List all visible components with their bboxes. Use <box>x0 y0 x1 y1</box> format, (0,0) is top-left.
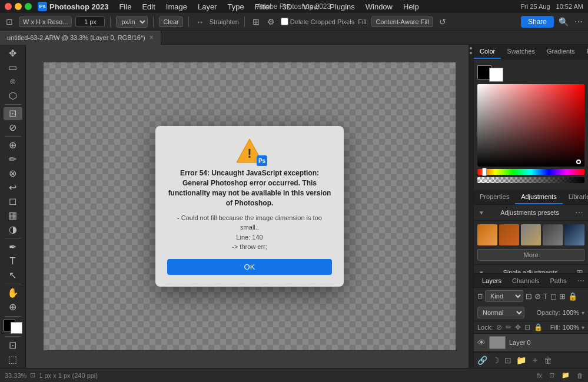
eyedropper-tool[interactable]: ⊘ <box>4 121 22 134</box>
color-alpha-slider[interactable] <box>477 177 584 183</box>
fill-value[interactable]: 100% <box>563 324 579 331</box>
error-dialog[interactable]: ! Ps Error 54: Uncaught JavaScript excep… <box>155 126 344 286</box>
tab-close-icon[interactable]: ✕ <box>149 34 154 41</box>
document-tab[interactable]: untitled-63-2.ARW @ 33.3% (Layer 0, RGB/… <box>0 31 161 45</box>
search-icon[interactable]: 🔍 <box>557 16 569 28</box>
preset-4[interactable] <box>543 224 563 245</box>
settings-icon[interactable]: ⚙ <box>265 16 277 28</box>
lock-image-icon[interactable]: ✏ <box>506 323 511 331</box>
delete-cropped-label[interactable]: Delete Cropped Pixels <box>281 18 354 25</box>
layer-row-0[interactable]: 👁 Layer 0 <box>474 334 588 352</box>
tab-adjustments[interactable]: Adjustments <box>515 190 563 204</box>
brush-tool[interactable]: ✏ <box>4 153 22 166</box>
adj-single-menu[interactable]: ⊞ <box>576 268 583 273</box>
background-swatch[interactable] <box>489 68 503 82</box>
opacity-chevron[interactable]: ▾ <box>582 310 584 316</box>
lock-all-icon[interactable]: 🔒 <box>534 323 543 331</box>
zoom-tool[interactable]: ⊕ <box>4 301 22 314</box>
magic-wand-tool[interactable]: ⬡ <box>4 89 22 102</box>
gradient-tool[interactable]: ▦ <box>4 209 22 222</box>
delete-cropped-checkbox[interactable] <box>281 18 288 25</box>
menu-type[interactable]: Type <box>222 1 248 12</box>
adj-more-button[interactable]: More <box>477 249 584 261</box>
path-select-tool[interactable]: ↖ <box>4 269 22 282</box>
history-tool[interactable]: ↩ <box>4 181 22 194</box>
blend-mode-select[interactable]: Normal <box>477 307 524 318</box>
status-mask-icon[interactable]: ⊡ <box>549 371 554 379</box>
layer-visibility-icon[interactable]: 👁 <box>477 338 486 347</box>
pixel-icon[interactable]: ⊡ <box>526 292 532 301</box>
add-group-btn[interactable]: 📁 <box>516 356 526 365</box>
move-tool[interactable]: ✥ <box>4 47 22 60</box>
delete-layer-btn[interactable]: 🗑 <box>544 356 552 365</box>
lock-icon[interactable]: 🔒 <box>568 292 577 301</box>
minimize-button[interactable] <box>15 3 22 10</box>
eraser-tool[interactable]: ◻ <box>4 195 22 208</box>
lock-position-icon[interactable]: ✥ <box>515 323 521 331</box>
menu-layer[interactable]: Layer <box>193 1 222 12</box>
extra-icon[interactable]: ⋯ <box>573 16 584 28</box>
close-button[interactable] <box>5 3 12 10</box>
tab-swatches[interactable]: Swatches <box>501 45 541 59</box>
tab-properties[interactable]: Properties <box>474 190 515 204</box>
fill-select[interactable]: Content-Aware Fill <box>371 16 433 27</box>
menu-edit[interactable]: Edit <box>137 1 160 12</box>
crop-ratio-select[interactable]: W x H x Reso... <box>19 16 72 27</box>
opacity-value[interactable]: 100% <box>563 309 579 316</box>
tab-color[interactable]: Color <box>474 45 501 59</box>
kind-filter-select[interactable]: Kind <box>485 290 523 302</box>
menu-file[interactable]: File <box>114 1 136 12</box>
add-mask-btn[interactable]: ⊡ <box>504 356 511 365</box>
type-icon[interactable]: T <box>543 292 548 301</box>
smart-object-icon[interactable]: ⊞ <box>559 292 566 301</box>
shape-icon[interactable]: ◻ <box>550 292 557 301</box>
lock-artboard-icon[interactable]: ⊡ <box>524 323 530 331</box>
preset-2[interactable] <box>499 224 519 245</box>
canvas-area[interactable]: ! Ps Error 54: Uncaught JavaScript excep… <box>26 45 473 368</box>
status-trash-icon[interactable]: 🗑 <box>577 372 583 379</box>
lasso-tool[interactable]: ⌾ <box>4 75 22 88</box>
unit-select[interactable]: px/in <box>116 16 148 28</box>
tab-libraries[interactable]: Libraries <box>563 190 588 204</box>
fill-chevron[interactable]: ▾ <box>582 324 584 331</box>
channels-tab[interactable]: Channels <box>507 276 544 285</box>
paths-tab[interactable]: Paths <box>546 276 572 285</box>
clone-tool[interactable]: ⊗ <box>4 167 22 180</box>
layers-panel-menu[interactable]: ⋯ <box>577 277 584 285</box>
preset-5[interactable] <box>564 224 584 245</box>
tab-patterns[interactable]: Patterns <box>581 45 588 59</box>
add-layer-btn[interactable]: ＋ <box>531 355 539 366</box>
link-layers-btn[interactable]: 🔗 <box>477 356 487 365</box>
preset-3[interactable] <box>521 224 541 245</box>
tab-gradients[interactable]: Gradients <box>541 45 581 59</box>
menu-window[interactable]: Window <box>361 1 397 12</box>
selection-tool[interactable]: ▭ <box>4 61 22 74</box>
pen-tool[interactable]: ✒ <box>4 241 22 254</box>
preset-1[interactable] <box>477 224 497 245</box>
color-hue-slider[interactable] <box>477 169 584 175</box>
crop-tool[interactable]: ⊡ <box>4 107 22 120</box>
type-tool[interactable]: T <box>4 255 22 268</box>
menu-image[interactable]: Image <box>161 1 192 12</box>
background-color[interactable] <box>11 322 22 334</box>
status-fx-icon[interactable]: fx <box>537 372 542 379</box>
color-swatches[interactable] <box>4 320 22 333</box>
status-folder-icon[interactable]: 📁 <box>562 371 570 379</box>
dialog-ok-button[interactable]: OK <box>167 259 332 275</box>
reset-icon[interactable]: ↺ <box>437 16 449 28</box>
heal-tool[interactable]: ⊕ <box>4 139 22 152</box>
adj-collapse-arrow[interactable]: ▼ <box>479 210 484 216</box>
crop-size-input[interactable] <box>75 16 105 27</box>
layers-tab[interactable]: Layers <box>477 276 506 285</box>
color-saturation-value[interactable] <box>477 84 584 167</box>
grid-icon[interactable]: ⊞ <box>250 16 262 28</box>
dodge-tool[interactable]: ◑ <box>4 222 22 235</box>
clear-button[interactable]: Clear <box>159 16 182 27</box>
frame-tool[interactable]: ⬚ <box>4 353 22 366</box>
maximize-button[interactable] <box>25 3 32 10</box>
menu-help[interactable]: Help <box>398 1 424 12</box>
add-adjustment-btn[interactable]: ☽ <box>492 356 500 365</box>
lock-transparency-icon[interactable]: ⊘ <box>496 323 502 331</box>
share-button[interactable]: Share <box>521 16 554 28</box>
hand-tool[interactable]: ✋ <box>4 287 22 300</box>
